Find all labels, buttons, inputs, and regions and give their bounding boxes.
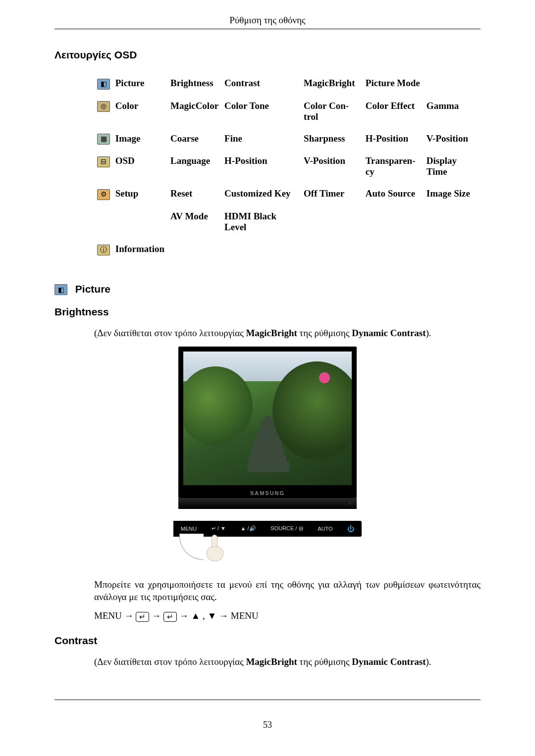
picture-icon: ◧ <box>97 79 110 90</box>
osd-cat-label: Setup <box>115 188 138 199</box>
color-icon: ◎ <box>97 101 110 112</box>
page-header-title: Ρύθμιση της οθόνης <box>54 15 481 29</box>
osd-cat-label: Information <box>115 244 164 254</box>
osd-item: Color Tone <box>221 98 301 130</box>
osd-item: Picture Mode <box>363 75 424 98</box>
table-row: ◎ Color MagicColor Color Tone Color Con­… <box>94 98 481 130</box>
osd-cat-label: Picture <box>115 78 145 88</box>
osd-cat-label: Image <box>115 133 141 144</box>
osd-item: Coarse <box>167 130 221 153</box>
osd-item: Display Time <box>424 152 481 185</box>
osd-item: Brightness <box>167 75 221 98</box>
osd-item: Transparen­cy <box>363 152 424 185</box>
monitor-illustration: SAMSUNG ○ <box>178 347 357 509</box>
osd-item: H-Position <box>221 152 301 185</box>
up-vol-button-label: ▲ /🔊 <box>241 525 256 532</box>
osd-item: Contrast <box>221 75 301 98</box>
osd-item: Reset <box>167 185 221 208</box>
power-icon: ⏻ <box>347 525 354 533</box>
setup-icon: ⚙ <box>97 189 110 200</box>
footer-rule <box>54 700 481 700</box>
auto-button-label: AUTO <box>318 526 332 532</box>
osd-item: MagicBright <box>301 75 363 98</box>
picture-section-label: Picture <box>75 283 110 295</box>
osd-item: Sharpness <box>301 130 363 153</box>
osd-functions-table: ◧ Picture Brightness Contrast MagicBrigh… <box>94 75 481 263</box>
osd-item: Fine <box>221 130 301 153</box>
monitor-brand-label: SAMSUNG <box>183 485 352 498</box>
source-button-label: SOURCE / ⊟ <box>270 525 303 532</box>
contrast-availability-note: (Δεν διατίθεται στον τρόπο λειτουργίας M… <box>94 655 481 668</box>
information-icon: ⓘ <box>97 245 110 255</box>
enter-key-icon: ↵ <box>163 612 177 622</box>
osd-item: H-Position <box>363 130 424 153</box>
osd-functions-heading: Λειτουργίες OSD <box>54 49 481 61</box>
hand-pointer-icon <box>206 535 225 564</box>
osd-icon: ⊟ <box>97 156 110 167</box>
osd-item: Auto Source <box>363 185 424 208</box>
brightness-description: Μπορείτε να χρησιμοποιήσετε τα μενού επί… <box>94 578 481 604</box>
enter-key-icon: ↵ <box>136 612 149 622</box>
osd-item: Image Size <box>424 185 481 208</box>
picture-icon: ◧ <box>54 284 67 295</box>
osd-item: MagicColor <box>167 98 221 130</box>
table-row: ▦ Image Coarse Fine Sharpness H-Position… <box>94 130 481 153</box>
page-number: 53 <box>54 720 481 730</box>
osd-item: Off Timer <box>301 185 363 208</box>
osd-cat-label: Color <box>115 101 138 111</box>
monitor-stand: ○ <box>178 498 357 509</box>
osd-item: Color Effect <box>363 98 424 130</box>
osd-item: V-Position <box>301 152 363 185</box>
picture-section-heading: ◧ Picture <box>54 283 481 295</box>
image-icon: ▦ <box>97 134 110 145</box>
brightness-availability-note: (Δεν διατίθεται στον τρόπο λειτουργίας M… <box>94 327 481 340</box>
osd-item <box>424 75 481 98</box>
table-row: ◧ Picture Brightness Contrast MagicBrigh… <box>94 75 481 98</box>
table-row: ⓘ Information <box>94 241 481 263</box>
osd-item: HDMI Black Level <box>221 208 301 241</box>
enter-down-button-label: ↵ / ▼ <box>212 525 226 532</box>
table-row: ⚙ Setup Reset Customized Key Off Timer A… <box>94 185 481 208</box>
osd-item: Color Con­trol <box>301 98 363 130</box>
monitor-controls-illustration: MENU ↵ / ▼ ▲ /🔊 SOURCE / ⊟ AUTO ⏻ <box>173 521 362 564</box>
contrast-heading: Contrast <box>54 635 481 647</box>
header-rule <box>54 29 481 29</box>
osd-item: Language <box>167 152 221 185</box>
osd-cat-label: OSD <box>115 155 135 166</box>
osd-item: V-Position <box>424 130 481 153</box>
brightness-menu-path: MENU → ↵ → ↵ → ▲ , ▼ → MENU <box>94 610 481 622</box>
menu-button-label: MENU <box>181 526 197 532</box>
table-row: AV Mode HDMI Black Level <box>94 208 481 241</box>
brightness-heading: Brightness <box>54 306 481 318</box>
osd-item: Customized Key <box>221 185 301 208</box>
osd-item: Gamma <box>424 98 481 130</box>
monitor-screen-image <box>183 352 352 485</box>
osd-item: AV Mode <box>167 208 221 241</box>
table-row: ⊟ OSD Language H-Position V-Position Tra… <box>94 152 481 185</box>
